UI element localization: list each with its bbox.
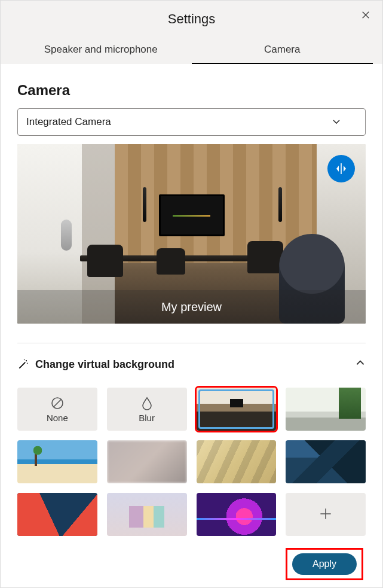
vb-option-room[interactable] [197, 388, 277, 431]
tabs: Speaker and microphone Camera [10, 38, 373, 64]
vb-thumb-3d-shapes [107, 493, 187, 536]
dialog-header: Settings Speaker and microphone Camera [1, 1, 382, 64]
close-icon [361, 11, 370, 19]
chevron-down-icon [332, 117, 341, 128]
vb-thumb-beach [17, 440, 97, 483]
vb-label-none: None [47, 413, 68, 423]
apply-button[interactable]: Apply [292, 553, 357, 575]
svg-point-1 [27, 363, 28, 364]
vb-option-add[interactable] [286, 493, 366, 536]
footer: Apply [17, 536, 366, 585]
vb-option-none[interactable]: None [17, 388, 97, 431]
preview-label: My preview [17, 290, 366, 324]
vb-option-blur[interactable]: Blur [107, 388, 187, 431]
virtual-background-title: Change virtual background [35, 358, 174, 371]
camera-select-wrap: Integrated Camera [17, 108, 366, 136]
divider [17, 343, 366, 343]
tab-camera[interactable]: Camera [192, 38, 373, 64]
close-button[interactable] [357, 7, 374, 23]
camera-select[interactable]: Integrated Camera [17, 108, 366, 136]
vb-option-beach[interactable] [17, 440, 97, 483]
content-area: Camera Integrated Camera [1, 64, 382, 587]
apply-highlight: Apply [286, 548, 363, 580]
camera-select-value: Integrated Camera [26, 116, 111, 128]
vb-thumb-mountains [286, 440, 366, 483]
tab-speaker-microphone[interactable]: Speaker and microphone [10, 38, 192, 64]
svg-point-0 [26, 360, 27, 361]
virtual-background-grid: None Blur [17, 388, 366, 536]
blur-icon [140, 396, 154, 410]
vb-option-blur-room[interactable] [107, 440, 187, 483]
vb-thumb-blur-room [107, 440, 187, 483]
vb-option-apartment[interactable] [286, 388, 366, 431]
vb-thumb-apartment [286, 388, 366, 431]
camera-preview: My preview [17, 144, 366, 324]
vb-thumb-neon [197, 493, 277, 536]
vb-thumb-room [197, 388, 277, 431]
mirror-icon [334, 162, 348, 176]
vb-option-3d-shapes[interactable] [107, 493, 187, 536]
magic-wand-icon [17, 358, 29, 370]
vb-label-blur: Blur [139, 413, 155, 423]
svg-point-2 [24, 359, 25, 361]
vb-option-window-light[interactable] [197, 440, 277, 483]
plus-icon [318, 506, 333, 523]
virtual-background-header[interactable]: Change virtual background [17, 355, 366, 373]
dialog-title: Settings [10, 11, 373, 27]
none-icon [50, 396, 65, 410]
settings-dialog: Settings Speaker and microphone Camera C… [0, 0, 383, 588]
mirror-button[interactable] [327, 155, 355, 182]
vb-option-mountains[interactable] [286, 440, 366, 483]
vb-thumb-window-light [197, 440, 277, 483]
camera-heading: Camera [17, 82, 366, 99]
vb-option-geometric[interactable] [17, 493, 97, 536]
vb-option-neon[interactable] [197, 493, 277, 536]
vb-thumb-geometric [17, 493, 97, 536]
chevron-up-icon [355, 358, 366, 371]
